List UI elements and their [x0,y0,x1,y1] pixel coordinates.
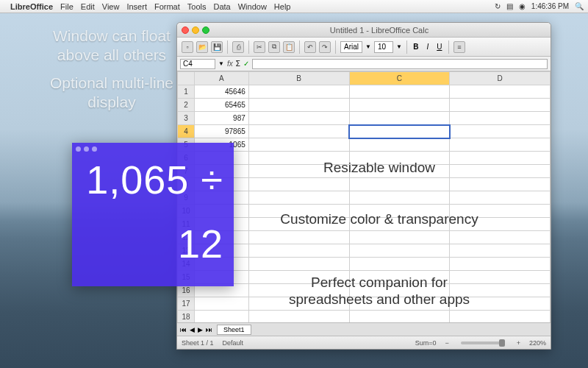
col-header-c[interactable]: C [349,72,450,85]
menu-format[interactable]: Format [154,2,180,11]
row-header[interactable]: 18 [178,311,195,324]
cell[interactable] [349,112,450,125]
cell[interactable] [248,311,349,324]
cell[interactable] [450,311,551,324]
tab-nav-prev-icon[interactable]: ◀ [190,326,195,333]
align-left-icon[interactable]: ≡ [453,41,465,53]
menu-view[interactable]: View [102,2,120,11]
row-header[interactable]: 4 [178,125,195,138]
cell[interactable] [349,85,450,99]
menubar-flag-icon[interactable]: ▤ [506,2,513,10]
row-header[interactable]: 1 [178,85,195,99]
cell[interactable] [349,311,450,324]
sum-icon[interactable]: Σ [236,60,240,68]
bold-button[interactable]: B [412,43,420,51]
calculator-window[interactable]: 1,065 ÷ 12 [72,143,234,286]
zoom-out-icon[interactable]: − [445,339,448,347]
cell[interactable] [450,258,551,271]
cell[interactable] [349,178,450,191]
font-size-select[interactable]: 10 [374,41,393,53]
cell[interactable] [349,258,450,271]
cut-icon[interactable]: ✂ [254,41,265,53]
menu-edit[interactable]: Edit [81,2,95,11]
cell[interactable] [248,231,349,244]
redo-icon[interactable]: ↷ [319,41,331,53]
zoom-in-icon[interactable]: + [517,339,520,347]
cell[interactable] [349,191,450,205]
row-header[interactable]: 3 [178,112,195,125]
cell[interactable] [450,191,551,205]
cell[interactable] [450,138,551,152]
calc-minimize-button[interactable] [84,146,89,152]
open-icon[interactable]: 📂 [196,41,208,53]
row-header[interactable]: 17 [178,297,195,311]
accept-icon[interactable]: ✓ [243,60,249,68]
function-wizard-icon[interactable]: fx [227,60,233,68]
cell[interactable] [248,125,349,138]
menubar-sync-icon[interactable]: ↻ [495,2,501,10]
menubar-spotlight-icon[interactable]: 🔍 [575,2,584,10]
cell[interactable] [349,125,450,138]
cell[interactable] [248,85,349,99]
cell-reference-box[interactable] [180,59,215,69]
zoom-button[interactable] [202,26,209,34]
new-doc-icon[interactable]: ▫ [182,41,193,53]
tab-nav-last-icon[interactable]: ⏭ [206,326,212,333]
menu-data[interactable]: Data [213,2,230,11]
col-header-a[interactable]: A [195,72,249,85]
cell[interactable] [349,231,450,244]
formula-input[interactable] [252,59,548,69]
window-titlebar[interactable]: Untitled 1 - LibreOffice Calc [177,23,551,38]
minimize-button[interactable] [192,26,199,34]
tab-nav-next-icon[interactable]: ▶ [198,326,203,333]
cell[interactable]: 45646 [195,85,249,99]
cell[interactable] [450,125,551,138]
cell[interactable] [450,231,551,244]
calc-close-button[interactable] [76,146,81,152]
close-button[interactable] [182,26,189,34]
cell[interactable] [248,244,349,258]
copy-icon[interactable]: ⧉ [268,41,280,53]
cell[interactable]: 97865 [195,125,249,138]
cell[interactable] [248,258,349,271]
row-header[interactable]: 2 [178,99,195,112]
calculator-titlebar[interactable] [72,143,234,155]
cell[interactable] [248,99,349,112]
menubar-wifi-icon[interactable]: ◉ [519,2,526,10]
cell[interactable] [248,191,349,205]
menu-file[interactable]: File [60,2,74,11]
paste-icon[interactable]: 📋 [283,41,295,53]
select-all-corner[interactable] [178,72,195,85]
cell[interactable] [450,112,551,125]
calc-zoom-button[interactable] [92,146,97,152]
sheet-tab-1[interactable]: Sheet1 [217,325,251,335]
menu-help[interactable]: Help [274,2,291,11]
menubar-clock[interactable]: 1:46:36 PM [531,2,569,10]
underline-button[interactable]: U [435,43,444,51]
save-icon[interactable]: 💾 [211,41,223,53]
cell[interactable]: 987 [195,112,249,125]
menu-window[interactable]: Window [238,2,267,11]
font-name-select[interactable]: Arial [340,41,362,53]
cell[interactable] [349,244,450,258]
cell[interactable] [248,112,349,125]
cell[interactable] [450,244,551,258]
cell[interactable] [349,138,450,152]
menubar-app-name[interactable]: LibreOffice [10,2,53,11]
col-header-b[interactable]: B [248,72,349,85]
status-zoom[interactable]: 220% [529,339,546,347]
menu-tools[interactable]: Tools [187,2,207,11]
print-icon[interactable]: ⎙ [232,41,244,53]
cell[interactable] [349,99,450,112]
zoom-slider[interactable] [461,342,505,344]
cell[interactable] [248,138,349,152]
cell[interactable]: 65465 [195,99,249,112]
cell[interactable] [195,297,249,311]
cell[interactable] [195,311,249,324]
col-header-d[interactable]: D [450,72,551,85]
cell[interactable] [450,85,551,99]
cell[interactable] [248,178,349,191]
undo-icon[interactable]: ↶ [304,41,316,53]
menu-insert[interactable]: Insert [126,2,147,11]
cell[interactable] [450,99,551,112]
